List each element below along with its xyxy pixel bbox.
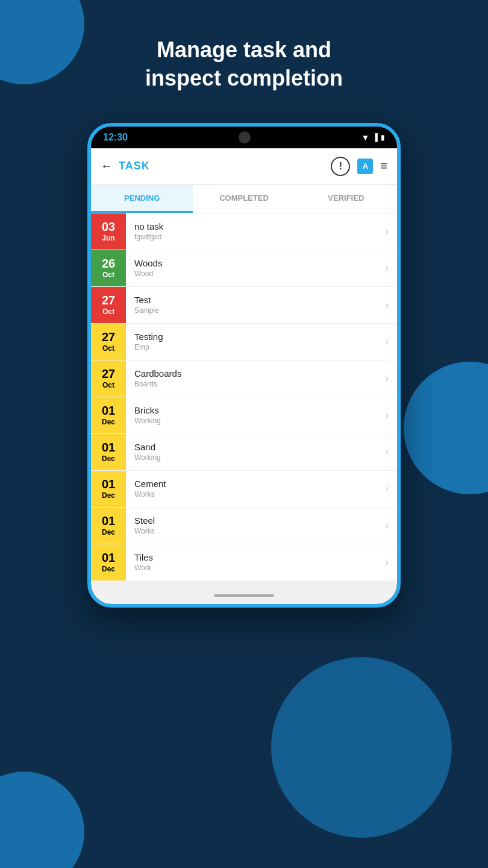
date-day-5: 01 (102, 404, 115, 417)
date-day-3: 27 (102, 331, 115, 343)
bg-circle-bottom-right (271, 657, 452, 838)
task-date-4: 27 Oct (91, 360, 126, 397)
date-day-9: 01 (102, 552, 115, 564)
date-month-6: Dec (102, 454, 115, 463)
task-list: 03 Jun no task fgsdfgsd › 26 Oct Woods W… (91, 213, 397, 581)
task-name-3: Testing (134, 332, 377, 342)
task-date-5: 01 Dec (91, 397, 126, 433)
app-title: TASK (119, 160, 331, 172)
date-day-1: 26 (102, 257, 115, 269)
tabs-row: PENDING COMPLETED VERIFIED (91, 185, 397, 213)
date-day-7: 01 (102, 478, 115, 490)
tab-completed[interactable]: COMPLETED (193, 185, 295, 213)
task-item[interactable]: 01 Dec Steel Works › (91, 508, 397, 544)
task-arrow-3: › (386, 324, 397, 360)
task-item[interactable]: 26 Oct Woods Wood › (91, 250, 397, 286)
status-bar: 12:30 ▼ ▐ ▮ (91, 127, 397, 148)
task-info-6: Sand Working (126, 434, 386, 470)
task-info-0: no task fgsdfgsd (126, 213, 386, 250)
phone-mockup: 12:30 ▼ ▐ ▮ ← TASK ! A ≡ PENDING COMPLET… (0, 123, 488, 608)
home-bar-area (91, 581, 397, 604)
task-sub-3: Emp (134, 343, 377, 351)
task-name-9: Tiles (134, 552, 377, 562)
task-sub-9: Work (134, 564, 377, 572)
date-month-7: Dec (102, 491, 115, 500)
task-sub-0: fgsdfgsd (134, 233, 377, 241)
date-day-0: 03 (102, 221, 115, 233)
signal-icon: ▐ (372, 133, 378, 142)
task-item[interactable]: 01 Dec Bricks Working › (91, 397, 397, 433)
date-month-8: Dec (102, 528, 115, 536)
task-date-2: 27 Oct (91, 287, 126, 323)
task-info-4: Cardboards Boards (126, 360, 386, 397)
task-item[interactable]: 27 Oct Cardboards Boards › (91, 360, 397, 397)
date-day-2: 27 (102, 294, 115, 306)
alert-icon[interactable]: ! (331, 157, 350, 176)
task-arrow-4: › (386, 360, 397, 397)
phone-frame: 12:30 ▼ ▐ ▮ ← TASK ! A ≡ PENDING COMPLET… (87, 123, 401, 608)
tab-pending[interactable]: PENDING (91, 185, 193, 213)
date-day-8: 01 (102, 515, 115, 527)
bg-circle-bottom-left (0, 772, 84, 868)
date-month-1: Oct (102, 271, 114, 279)
task-info-9: Tiles Work (126, 544, 386, 580)
task-info-3: Testing Emp (126, 324, 386, 360)
battery-icon: ▮ (381, 133, 385, 142)
date-month-0: Jun (102, 234, 114, 242)
date-day-4: 27 (102, 368, 115, 380)
task-sub-1: Wood (134, 269, 377, 278)
date-month-9: Dec (102, 565, 115, 573)
date-month-4: Oct (102, 381, 114, 389)
tab-verified[interactable]: VERIFIED (295, 185, 397, 213)
date-month-3: Oct (102, 344, 114, 353)
date-day-6: 01 (102, 441, 115, 453)
menu-icon[interactable]: ≡ (380, 159, 387, 173)
task-date-6: 01 Dec (91, 434, 126, 470)
status-time: 12:30 (103, 132, 128, 143)
task-name-0: no task (134, 221, 377, 231)
task-date-9: 01 Dec (91, 544, 126, 580)
task-item[interactable]: 27 Oct Test Sample › (91, 287, 397, 323)
camera-dot (239, 131, 251, 143)
a-icon[interactable]: A (357, 159, 373, 174)
task-item[interactable]: 01 Dec Sand Working › (91, 434, 397, 470)
home-bar (214, 594, 274, 597)
page-title: Manage task and inspect completion (0, 0, 488, 117)
task-date-3: 27 Oct (91, 324, 126, 360)
task-info-5: Bricks Working (126, 397, 386, 433)
task-arrow-1: › (386, 250, 397, 286)
task-arrow-7: › (386, 471, 397, 507)
task-sub-5: Working (134, 417, 377, 425)
task-info-7: Cement Works (126, 471, 386, 507)
task-item[interactable]: 27 Oct Testing Emp › (91, 324, 397, 360)
task-arrow-6: › (386, 434, 397, 470)
task-info-1: Woods Wood (126, 250, 386, 286)
task-date-7: 01 Dec (91, 471, 126, 507)
task-sub-8: Works (134, 527, 377, 535)
task-arrow-8: › (386, 508, 397, 544)
task-item[interactable]: 01 Dec Cement Works › (91, 471, 397, 507)
task-name-8: Steel (134, 515, 377, 526)
task-name-4: Cardboards (134, 368, 377, 379)
header-icons: ! A ≡ (331, 157, 387, 176)
task-sub-7: Works (134, 490, 377, 498)
date-month-5: Dec (102, 418, 115, 426)
task-item[interactable]: 01 Dec Tiles Work › (91, 544, 397, 580)
back-button[interactable]: ← (101, 159, 113, 173)
task-sub-6: Working (134, 453, 377, 462)
task-item[interactable]: 03 Jun no task fgsdfgsd › (91, 213, 397, 250)
task-info-8: Steel Works (126, 508, 386, 544)
task-date-0: 03 Jun (91, 213, 126, 250)
status-icons: ▼ ▐ ▮ (361, 133, 385, 142)
task-date-1: 26 Oct (91, 250, 126, 286)
task-info-2: Test Sample (126, 287, 386, 323)
task-name-7: Cement (134, 479, 377, 489)
task-arrow-9: › (386, 544, 397, 580)
date-month-2: Oct (102, 307, 114, 316)
app-header: ← TASK ! A ≡ (91, 148, 397, 185)
task-name-5: Bricks (134, 405, 377, 415)
task-sub-2: Sample (134, 306, 377, 315)
task-arrow-2: › (386, 287, 397, 323)
task-arrow-5: › (386, 397, 397, 433)
task-name-1: Woods (134, 258, 377, 268)
